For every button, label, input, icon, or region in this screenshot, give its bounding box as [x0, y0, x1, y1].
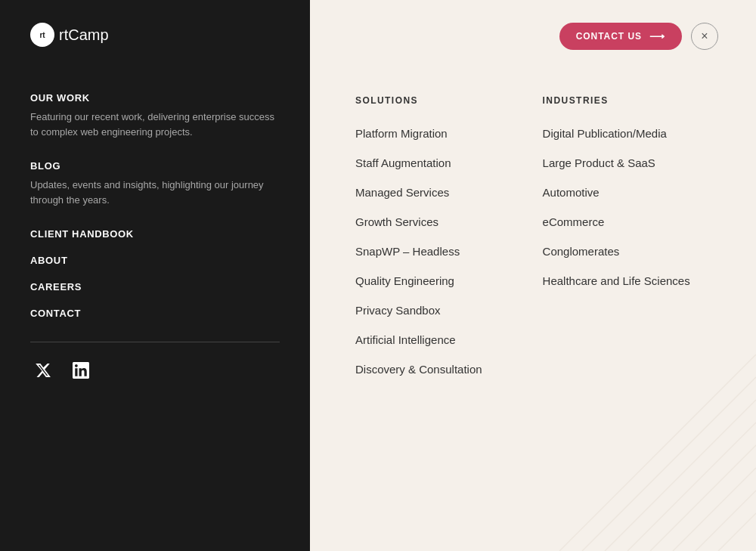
- solution-item[interactable]: Growth Services: [355, 215, 482, 228]
- solution-item[interactable]: Platform Migration: [355, 127, 482, 140]
- industry-item[interactable]: Large Product & SaaS: [543, 156, 690, 169]
- industry-item[interactable]: Digital Publication/Media: [543, 127, 690, 140]
- blog-title[interactable]: BLOG: [30, 160, 280, 172]
- our-work-desc: Featuring our recent work, delivering en…: [30, 110, 280, 139]
- svg-line-2: [605, 400, 756, 551]
- twitter-icon[interactable]: [30, 358, 56, 383]
- right-panel: CONTACT US ⟶ × SOLUTIONS Platform Migrat…: [310, 0, 756, 551]
- solutions-list: Platform MigrationStaff AugmentationMana…: [355, 127, 482, 392]
- close-icon: ×: [701, 29, 708, 43]
- divider: [30, 342, 280, 342]
- contact-us-button[interactable]: CONTACT US ⟶: [559, 23, 682, 50]
- linkedin-icon[interactable]: [68, 358, 94, 383]
- industry-item[interactable]: Conglomerates: [543, 245, 690, 258]
- solution-item[interactable]: Staff Augmentation: [355, 156, 482, 169]
- svg-line-8: [582, 377, 756, 551]
- industry-item[interactable]: Healthcare and Life Sciences: [543, 274, 690, 287]
- blog-section[interactable]: BLOG Updates, events and insights, highl…: [30, 160, 280, 207]
- solution-item[interactable]: Artificial Intelligence: [355, 333, 482, 346]
- logo-icon: rt: [30, 23, 54, 47]
- svg-line-4: [650, 445, 756, 551]
- solution-item[interactable]: Quality Engineering: [355, 274, 482, 287]
- industry-item[interactable]: Automotive: [543, 186, 690, 199]
- social-icons: [30, 358, 280, 383]
- svg-line-3: [627, 423, 756, 551]
- solution-item[interactable]: Discovery & Consultation: [355, 363, 482, 376]
- contact-us-label: CONTACT US: [576, 31, 642, 42]
- solutions-title: SOLUTIONS: [355, 95, 482, 106]
- industry-item[interactable]: eCommerce: [543, 215, 690, 228]
- contact-link[interactable]: CONTACT: [30, 308, 280, 319]
- solution-item[interactable]: Managed Services: [355, 186, 482, 199]
- arrow-icon: ⟶: [649, 30, 665, 42]
- solutions-column: SOLUTIONS Platform MigrationStaff Augmen…: [355, 95, 482, 392]
- industries-list: Digital Publication/MediaLarge Product &…: [543, 127, 690, 304]
- our-work-section[interactable]: OUR WORK Featuring our recent work, deli…: [30, 92, 280, 139]
- blog-desc: Updates, events and insights, highlighti…: [30, 178, 280, 207]
- right-header: CONTACT US ⟶ ×: [355, 23, 718, 50]
- client-handbook-link[interactable]: CLIENT HANDBOOK: [30, 228, 280, 240]
- close-button[interactable]: ×: [691, 23, 718, 50]
- svg-line-6: [696, 491, 756, 551]
- logo-area: rt rtCamp: [30, 23, 280, 47]
- menu-content: SOLUTIONS Platform MigrationStaff Augmen…: [355, 95, 718, 392]
- industries-column: INDUSTRIES Digital Publication/MediaLarg…: [543, 95, 690, 392]
- about-link[interactable]: ABOUT: [30, 255, 280, 266]
- careers-link[interactable]: CAREERS: [30, 281, 280, 293]
- our-work-title[interactable]: OUR WORK: [30, 92, 280, 104]
- svg-text:rt: rt: [39, 31, 45, 39]
- svg-line-7: [718, 513, 756, 551]
- left-panel: rt rtCamp OUR WORK Featuring our recent …: [0, 0, 310, 551]
- svg-line-5: [673, 468, 756, 551]
- logo-text: rtCamp: [59, 26, 109, 44]
- solution-item[interactable]: SnapWP – Headless: [355, 245, 482, 258]
- solution-item[interactable]: Privacy Sandbox: [355, 304, 482, 317]
- header-buttons: CONTACT US ⟶ ×: [559, 23, 718, 50]
- industries-title: INDUSTRIES: [543, 95, 690, 106]
